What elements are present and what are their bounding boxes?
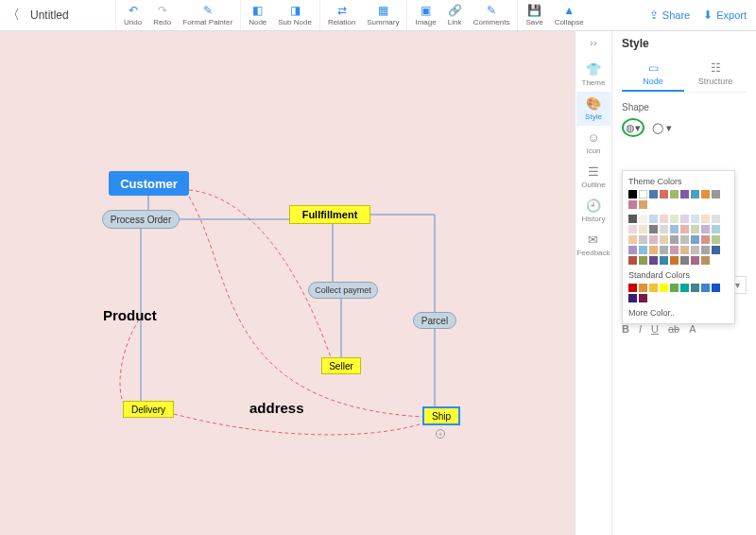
color-swatch[interactable] [680, 190, 689, 198]
color-swatch[interactable] [701, 190, 710, 198]
node-collect-payment[interactable]: Collect paymet [308, 282, 378, 299]
color-swatch[interactable] [660, 215, 668, 223]
color-swatch[interactable] [649, 246, 658, 254]
color-swatch[interactable] [639, 256, 647, 265]
node-ship[interactable]: Ship [422, 406, 460, 425]
rstrip-style[interactable]: 🎨Style [576, 92, 610, 126]
color-swatch[interactable] [701, 215, 710, 223]
more-colors-button[interactable]: More Color.. [628, 308, 729, 318]
rstrip-theme[interactable]: 👕Theme [576, 58, 610, 92]
toolbar-redo[interactable]: ↷Redo [147, 0, 177, 30]
node-process-order[interactable]: Process Order [102, 210, 180, 229]
share-button[interactable]: ⇪Share [649, 9, 690, 22]
color-swatch[interactable] [660, 246, 668, 254]
color-swatch[interactable] [639, 200, 647, 209]
color-swatch[interactable] [701, 225, 710, 233]
color-swatch[interactable] [628, 225, 637, 233]
color-swatch[interactable] [691, 256, 699, 265]
color-swatch[interactable] [712, 225, 720, 233]
toolbar-relation[interactable]: ⇄Relation [322, 0, 361, 30]
label-product[interactable]: Product [103, 307, 157, 323]
color-swatch[interactable] [680, 256, 689, 265]
color-swatch[interactable] [670, 190, 679, 198]
format-u-button[interactable]: U [651, 323, 659, 335]
color-swatch[interactable] [712, 284, 720, 292]
color-swatch[interactable] [649, 225, 658, 233]
toolbar-link[interactable]: 🔗Link [442, 0, 468, 30]
color-swatch[interactable] [639, 225, 647, 233]
color-swatch[interactable] [691, 235, 699, 244]
label-address[interactable]: address [249, 400, 304, 416]
color-swatch[interactable] [628, 200, 637, 209]
color-swatch[interactable] [649, 256, 658, 265]
color-swatch[interactable] [639, 215, 647, 223]
export-button[interactable]: ⬇Export [703, 9, 747, 22]
toolbar-image[interactable]: ▣Image [409, 0, 441, 30]
color-swatch[interactable] [660, 235, 668, 244]
color-swatch[interactable] [691, 225, 699, 233]
color-swatch[interactable] [670, 256, 679, 265]
fill-color-button[interactable]: ◍ ▾ [622, 118, 644, 137]
color-swatch[interactable] [628, 235, 637, 244]
color-swatch[interactable] [628, 256, 637, 265]
toolbar-summary[interactable]: ▦Summary [361, 0, 404, 30]
color-swatch[interactable] [660, 256, 668, 265]
color-swatch[interactable] [649, 284, 658, 292]
toolbar-save[interactable]: 💾Save [520, 0, 548, 30]
toolbar-node[interactable]: ◧Node [243, 0, 272, 30]
tab-node[interactable]: ▭Node [622, 58, 684, 92]
color-swatch[interactable] [628, 190, 637, 198]
collapse-panel-button[interactable]: ›› [590, 37, 596, 48]
color-swatch[interactable] [701, 284, 710, 292]
toolbar-format-painter[interactable]: ✎Format Painter [177, 0, 238, 30]
color-swatch[interactable] [660, 284, 668, 292]
back-button[interactable]: 〈 [0, 0, 26, 30]
color-swatch[interactable] [670, 235, 679, 244]
color-swatch[interactable] [628, 246, 637, 254]
color-swatch[interactable] [639, 190, 647, 198]
color-swatch[interactable] [639, 235, 647, 244]
color-swatch[interactable] [670, 246, 679, 254]
color-swatch[interactable] [649, 235, 658, 244]
rstrip-icon[interactable]: ☺Icon [576, 126, 610, 160]
tab-structure[interactable]: ☷Structure [684, 58, 747, 92]
color-swatch[interactable] [712, 190, 720, 198]
color-swatch[interactable] [691, 190, 699, 198]
color-swatch[interactable] [712, 215, 720, 223]
color-swatch[interactable] [660, 225, 668, 233]
color-swatch[interactable] [670, 215, 679, 223]
color-swatch[interactable] [639, 284, 647, 292]
toolbar-sub-node[interactable]: ◨Sub Node [272, 0, 318, 30]
node-parcel[interactable]: Parcel [413, 312, 456, 329]
color-swatch[interactable] [701, 256, 710, 265]
diagram-canvas[interactable]: Customer Process Order Fullfillment Coll… [0, 31, 575, 535]
rstrip-history[interactable]: 🕘History [576, 194, 610, 228]
color-swatch[interactable] [649, 190, 658, 198]
add-child-button[interactable]: + [436, 429, 445, 439]
color-swatch[interactable] [628, 284, 637, 292]
rstrip-feedback[interactable]: ✉Feedback [576, 228, 610, 262]
color-swatch[interactable] [680, 225, 689, 233]
color-swatch[interactable] [660, 190, 668, 198]
color-swatch[interactable] [639, 246, 647, 254]
color-swatch[interactable] [680, 235, 689, 244]
color-swatch[interactable] [639, 294, 647, 302]
color-swatch[interactable] [701, 246, 710, 254]
node-customer[interactable]: Customer [109, 171, 189, 196]
rstrip-outline[interactable]: ☰Outline [576, 160, 610, 194]
node-delivery[interactable]: Delivery [123, 401, 174, 418]
format-b-button[interactable]: B [622, 323, 629, 335]
color-swatch[interactable] [691, 246, 699, 254]
color-swatch[interactable] [701, 235, 710, 244]
format-ab-button[interactable]: ab [668, 323, 679, 335]
color-swatch[interactable] [670, 284, 679, 292]
color-swatch[interactable] [680, 215, 689, 223]
border-color-button[interactable]: ◯ ▾ [652, 122, 672, 134]
color-swatch[interactable] [691, 284, 699, 292]
color-swatch[interactable] [680, 284, 689, 292]
color-swatch[interactable] [691, 215, 699, 223]
toolbar-collapse[interactable]: ▲Collapse [549, 0, 590, 30]
color-swatch[interactable] [670, 225, 679, 233]
color-swatch[interactable] [712, 246, 720, 254]
format-a-button[interactable]: A [689, 323, 696, 335]
